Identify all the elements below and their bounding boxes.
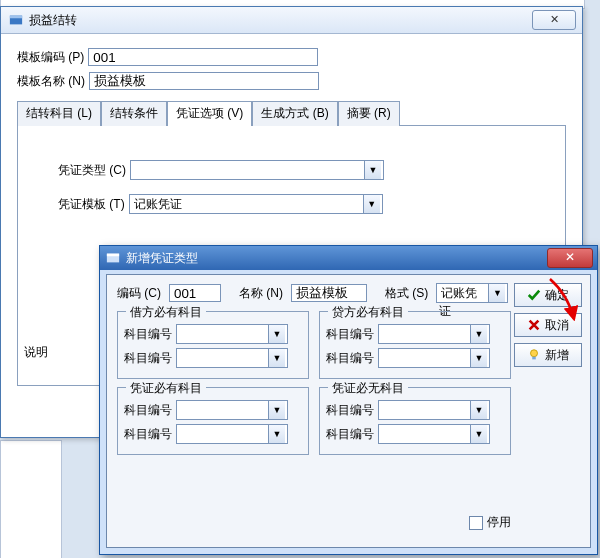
account-code-select[interactable]: ▼ bbox=[176, 324, 288, 344]
voucher-type-label: 凭证类型 (C) bbox=[58, 162, 126, 179]
account-code-label: 科目编号 bbox=[326, 402, 374, 419]
chevron-down-icon: ▼ bbox=[488, 284, 505, 302]
note-label: 说明 bbox=[24, 344, 48, 361]
tab-summary[interactable]: 摘要 (R) bbox=[338, 101, 400, 126]
cancel-button[interactable]: 取消 bbox=[514, 313, 582, 337]
account-code-label: 科目编号 bbox=[124, 402, 172, 419]
template-name-label: 模板名称 (N) bbox=[17, 73, 85, 90]
code-input[interactable] bbox=[169, 284, 221, 302]
template-code-label: 模板编码 (P) bbox=[17, 49, 84, 66]
name-label: 名称 (N) bbox=[239, 285, 283, 302]
voucher-type-select[interactable]: ▼ bbox=[130, 160, 384, 180]
chevron-down-icon: ▼ bbox=[268, 325, 285, 343]
template-code-input[interactable] bbox=[88, 48, 318, 66]
ok-button[interactable]: 确定 bbox=[514, 283, 582, 307]
chevron-down-icon: ▼ bbox=[470, 401, 487, 419]
lightbulb-icon bbox=[527, 348, 541, 362]
tab-voucher-options[interactable]: 凭证选项 (V) bbox=[167, 101, 252, 126]
window-title: 损益结转 bbox=[29, 12, 574, 29]
new-button[interactable]: 新增 bbox=[514, 343, 582, 367]
account-code-label: 科目编号 bbox=[124, 326, 172, 343]
svg-rect-5 bbox=[532, 357, 536, 360]
titlebar[interactable]: 新增凭证类型 ✕ bbox=[100, 246, 597, 270]
close-button[interactable]: ✕ bbox=[547, 248, 593, 268]
account-code-select[interactable]: ▼ bbox=[176, 400, 288, 420]
group-legend: 借方必有科目 bbox=[126, 304, 206, 321]
chevron-down-icon: ▼ bbox=[470, 349, 487, 367]
account-code-select[interactable]: ▼ bbox=[378, 424, 490, 444]
template-name-input[interactable] bbox=[89, 72, 319, 90]
group-legend: 凭证必有科目 bbox=[126, 380, 206, 397]
group-voucher-must-have: 凭证必有科目 科目编号▼ 科目编号▼ bbox=[117, 387, 309, 455]
tab-strip: 结转科目 (L) 结转条件 凭证选项 (V) 生成方式 (B) 摘要 (R) bbox=[17, 100, 566, 126]
account-code-label: 科目编号 bbox=[326, 326, 374, 343]
voucher-template-label: 凭证模板 (T) bbox=[58, 196, 125, 213]
account-code-select[interactable]: ▼ bbox=[378, 324, 490, 344]
tab-generation-mode[interactable]: 生成方式 (B) bbox=[252, 101, 337, 126]
tab-transfer-conditions[interactable]: 结转条件 bbox=[101, 101, 167, 126]
account-code-label: 科目编号 bbox=[326, 426, 374, 443]
format-select[interactable]: ▼ 记账凭证 bbox=[436, 283, 508, 303]
group-credit-required: 贷方必有科目 科目编号▼ 科目编号▼ bbox=[319, 311, 511, 379]
disable-label: 停用 bbox=[487, 514, 511, 531]
code-label: 编码 (C) bbox=[117, 285, 161, 302]
svg-point-4 bbox=[531, 350, 538, 357]
account-code-select[interactable]: ▼ bbox=[176, 424, 288, 444]
name-input[interactable] bbox=[291, 284, 367, 302]
account-code-label: 科目编号 bbox=[124, 426, 172, 443]
group-legend: 贷方必有科目 bbox=[328, 304, 408, 321]
checkbox-icon[interactable] bbox=[469, 516, 483, 530]
group-voucher-must-not-have: 凭证必无科目 科目编号▼ 科目编号▼ bbox=[319, 387, 511, 455]
chevron-down-icon: ▼ bbox=[364, 161, 381, 179]
account-code-select[interactable]: ▼ bbox=[378, 348, 490, 368]
x-icon bbox=[527, 318, 541, 332]
app-icon bbox=[106, 251, 120, 265]
chevron-down-icon: ▼ bbox=[268, 349, 285, 367]
close-button[interactable]: ✕ bbox=[532, 10, 576, 30]
disable-checkbox-row[interactable]: 停用 bbox=[469, 514, 511, 531]
group-debit-required: 借方必有科目 科目编号▼ 科目编号▼ bbox=[117, 311, 309, 379]
new-voucher-type-window: 新增凭证类型 ✕ 编码 (C) 名称 (N) 格式 (S) ▼ 记账凭证 借方必… bbox=[99, 245, 598, 555]
voucher-template-select[interactable]: ▼ 记账凭证 bbox=[129, 194, 383, 214]
chevron-down-icon: ▼ bbox=[363, 195, 380, 213]
chevron-down-icon: ▼ bbox=[470, 325, 487, 343]
chevron-down-icon: ▼ bbox=[470, 425, 487, 443]
check-icon bbox=[527, 288, 541, 302]
format-label: 格式 (S) bbox=[385, 285, 428, 302]
account-code-label: 科目编号 bbox=[124, 350, 172, 367]
tab-transfer-accounts[interactable]: 结转科目 (L) bbox=[17, 101, 101, 126]
chevron-down-icon: ▼ bbox=[268, 425, 285, 443]
account-code-select[interactable]: ▼ bbox=[378, 400, 490, 420]
account-code-label: 科目编号 bbox=[326, 350, 374, 367]
account-code-select[interactable]: ▼ bbox=[176, 348, 288, 368]
group-legend: 凭证必无科目 bbox=[328, 380, 408, 397]
chevron-down-icon: ▼ bbox=[268, 401, 285, 419]
titlebar[interactable]: 损益结转 ✕ bbox=[1, 7, 582, 34]
svg-rect-1 bbox=[10, 16, 22, 19]
app-icon bbox=[9, 13, 23, 27]
svg-rect-3 bbox=[107, 254, 119, 257]
window-title: 新增凭证类型 bbox=[126, 250, 198, 267]
